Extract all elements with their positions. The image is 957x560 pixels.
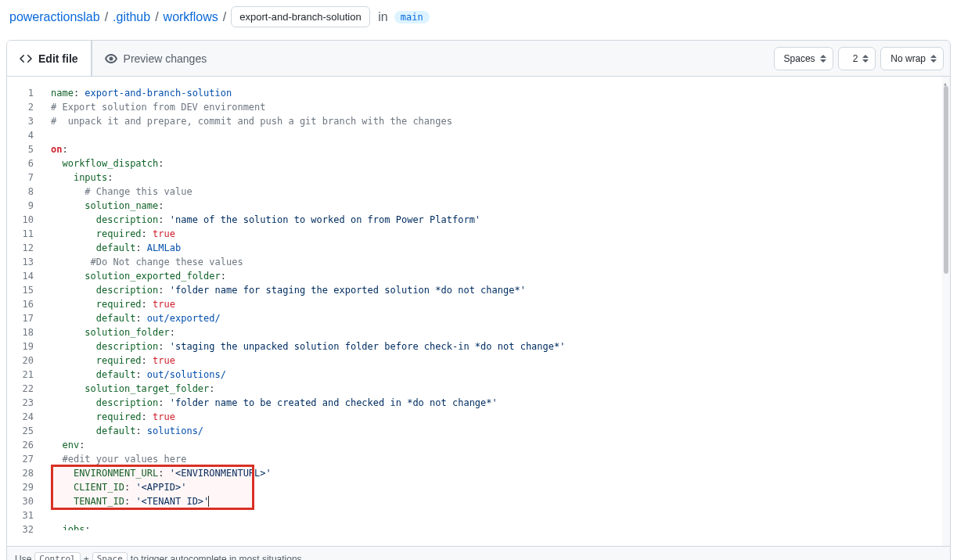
chevron-updown-icon [820, 53, 828, 64]
breadcrumb: poweractionslab / .github / workflows / … [6, 0, 951, 40]
in-label: in [378, 10, 387, 24]
breadcrumb-path-github[interactable]: .github [113, 10, 150, 24]
code-icon [20, 52, 32, 65]
breadcrumb-separator: / [221, 10, 228, 24]
keyboard-key: Control [34, 552, 80, 560]
code-content[interactable]: name: export-and-branch-solution# Export… [46, 77, 950, 546]
code-editor[interactable]: 1234567891011121314151617181920212223242… [7, 77, 950, 546]
keyboard-key: Space [92, 552, 128, 560]
line-numbers-gutter: 1234567891011121314151617181920212223242… [7, 77, 46, 546]
indent-size-select[interactable]: 2 [838, 47, 876, 70]
tab-edit-label: Edit file [38, 52, 78, 65]
tab-bar: Edit file Preview changes Spaces 2 No wr… [7, 41, 950, 77]
breadcrumb-separator: / [103, 10, 110, 24]
editor-controls: Spaces 2 No wrap [774, 47, 950, 70]
chevron-updown-icon [930, 53, 938, 64]
branch-tag[interactable]: main [394, 11, 430, 23]
breadcrumb-path-workflows[interactable]: workflows [164, 10, 218, 24]
breadcrumb-repo[interactable]: poweractionslab [9, 10, 100, 24]
editor-footer: Use Control + Space to trigger autocompl… [7, 546, 950, 560]
indent-mode-select[interactable]: Spaces [774, 47, 833, 70]
tab-preview-changes[interactable]: Preview changes [92, 41, 220, 76]
filename-input[interactable] [231, 6, 370, 27]
eye-icon [105, 52, 117, 65]
vertical-scrollbar[interactable]: ▴ [942, 77, 950, 546]
tab-edit-file[interactable]: Edit file [7, 41, 92, 76]
scrollbar-thumb[interactable] [944, 86, 948, 274]
breadcrumb-separator: / [153, 10, 160, 24]
wrap-mode-select[interactable]: No wrap [880, 47, 944, 70]
chevron-updown-icon [862, 53, 870, 64]
editor-container: Edit file Preview changes Spaces 2 No wr… [6, 40, 951, 560]
tab-preview-label: Preview changes [124, 52, 207, 65]
